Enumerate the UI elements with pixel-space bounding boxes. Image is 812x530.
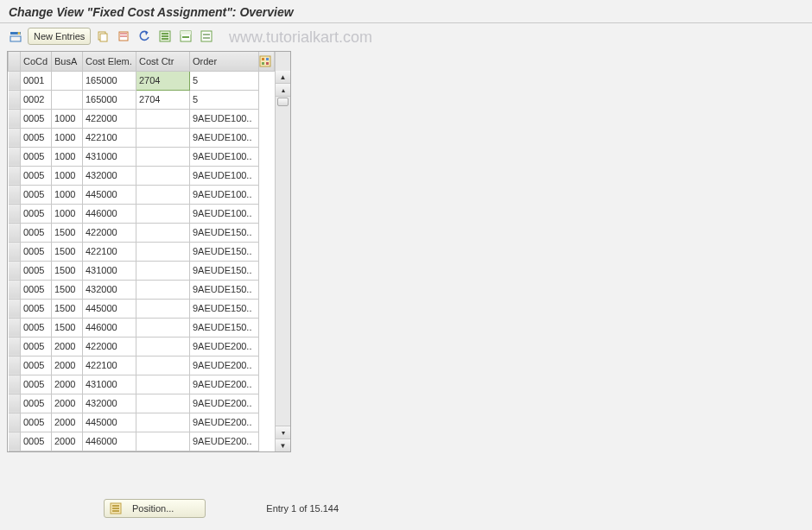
row-handle[interactable] bbox=[9, 185, 21, 204]
cell-cost-ctr[interactable] bbox=[136, 299, 190, 318]
cell-order[interactable]: 9AEUDE100.. bbox=[190, 166, 259, 185]
cell-order[interactable]: 9AEUDE200.. bbox=[190, 413, 259, 432]
cell-order[interactable]: 9AEUDE200.. bbox=[190, 375, 259, 394]
cell-cost-ctr[interactable] bbox=[136, 280, 190, 299]
row-selector-header[interactable] bbox=[9, 52, 21, 71]
row-handle[interactable] bbox=[9, 90, 21, 109]
row-handle[interactable] bbox=[9, 375, 21, 394]
cell-cost-ctr[interactable] bbox=[136, 109, 190, 128]
undo-icon[interactable] bbox=[136, 28, 153, 45]
cell-order[interactable]: 9AEUDE100.. bbox=[190, 147, 259, 166]
cell-order[interactable]: 9AEUDE100.. bbox=[190, 204, 259, 223]
cell-cocd[interactable]: 0005 bbox=[21, 356, 52, 375]
row-handle[interactable] bbox=[9, 109, 21, 128]
row-handle[interactable] bbox=[9, 299, 21, 318]
cell-cost-elem[interactable]: 445000 bbox=[83, 413, 136, 432]
deselect-all-icon[interactable] bbox=[198, 28, 215, 45]
row-handle[interactable] bbox=[9, 280, 21, 299]
scroll-line-down-icon[interactable]: ▾ bbox=[276, 426, 290, 439]
delete-icon[interactable] bbox=[115, 28, 132, 45]
cell-cocd[interactable]: 0005 bbox=[21, 185, 52, 204]
cell-busa[interactable]: 1000 bbox=[52, 128, 83, 147]
cell-cost-elem[interactable]: 431000 bbox=[83, 375, 136, 394]
row-handle[interactable] bbox=[9, 204, 21, 223]
cell-cost-elem[interactable]: 422100 bbox=[83, 128, 136, 147]
row-handle[interactable] bbox=[9, 432, 21, 451]
cell-cost-ctr[interactable] bbox=[136, 337, 190, 356]
cell-order[interactable]: 9AEUDE150.. bbox=[190, 280, 259, 299]
cell-cocd[interactable]: 0005 bbox=[21, 318, 52, 337]
cell-cocd[interactable]: 0005 bbox=[21, 109, 52, 128]
row-handle[interactable] bbox=[9, 166, 21, 185]
cell-cocd[interactable]: 0005 bbox=[21, 280, 52, 299]
cell-cost-ctr[interactable] bbox=[136, 223, 190, 242]
cell-cost-elem[interactable]: 165000 bbox=[83, 90, 136, 109]
cell-cost-ctr[interactable] bbox=[136, 166, 190, 185]
row-handle[interactable] bbox=[9, 413, 21, 432]
cell-cost-elem[interactable]: 446000 bbox=[83, 432, 136, 451]
cell-busa[interactable]: 1000 bbox=[52, 166, 83, 185]
cell-cocd[interactable]: 0005 bbox=[21, 337, 52, 356]
cell-order[interactable]: 9AEUDE200.. bbox=[190, 337, 259, 356]
cell-busa[interactable]: 1000 bbox=[52, 109, 83, 128]
cell-busa[interactable]: 2000 bbox=[52, 394, 83, 413]
cell-order[interactable]: 9AEUDE200.. bbox=[190, 356, 259, 375]
cell-cost-elem[interactable]: 432000 bbox=[83, 166, 136, 185]
cell-cost-elem[interactable]: 431000 bbox=[83, 261, 136, 280]
cell-cocd[interactable]: 0001 bbox=[21, 71, 52, 90]
cell-cocd[interactable]: 0005 bbox=[21, 223, 52, 242]
row-handle[interactable] bbox=[9, 261, 21, 280]
copy-icon[interactable] bbox=[94, 28, 111, 45]
cell-cost-ctr[interactable] bbox=[136, 375, 190, 394]
vertical-scrollbar[interactable]: ▲ ▴ ▾ ▼ bbox=[275, 52, 290, 451]
cell-order[interactable]: 5 bbox=[190, 90, 259, 109]
cell-cocd[interactable]: 0005 bbox=[21, 432, 52, 451]
cell-busa[interactable]: 2000 bbox=[52, 413, 83, 432]
cell-cost-ctr[interactable] bbox=[136, 242, 190, 261]
cell-cost-ctr[interactable] bbox=[136, 413, 190, 432]
cell-cocd[interactable]: 0002 bbox=[21, 90, 52, 109]
cell-busa[interactable]: 2000 bbox=[52, 375, 83, 394]
cell-cost-elem[interactable]: 445000 bbox=[83, 299, 136, 318]
cell-cost-ctr[interactable] bbox=[136, 394, 190, 413]
scroll-up-icon[interactable]: ▲ bbox=[276, 71, 290, 84]
cell-cost-ctr[interactable] bbox=[136, 185, 190, 204]
cell-cost-elem[interactable]: 422100 bbox=[83, 242, 136, 261]
select-all-icon[interactable] bbox=[156, 28, 174, 45]
cell-cost-elem[interactable]: 432000 bbox=[83, 280, 136, 299]
cell-order[interactable]: 9AEUDE100.. bbox=[190, 185, 259, 204]
cell-order[interactable]: 9AEUDE150.. bbox=[190, 318, 259, 337]
cell-cost-elem[interactable]: 445000 bbox=[83, 185, 136, 204]
cell-busa[interactable] bbox=[52, 71, 83, 90]
row-handle[interactable] bbox=[9, 223, 21, 242]
cell-cost-elem[interactable]: 165000 bbox=[83, 71, 136, 90]
row-handle[interactable] bbox=[9, 147, 21, 166]
cell-cost-ctr[interactable] bbox=[136, 261, 190, 280]
row-handle[interactable] bbox=[9, 394, 21, 413]
cell-cocd[interactable]: 0005 bbox=[21, 413, 52, 432]
cell-busa[interactable]: 1500 bbox=[52, 242, 83, 261]
cell-cost-ctr[interactable] bbox=[136, 147, 190, 166]
cell-busa[interactable]: 2000 bbox=[52, 337, 83, 356]
cell-cost-elem[interactable]: 422000 bbox=[83, 337, 136, 356]
row-handle[interactable] bbox=[9, 128, 21, 147]
other-view-icon[interactable] bbox=[7, 28, 24, 45]
cell-cocd[interactable]: 0005 bbox=[21, 242, 52, 261]
cell-cost-ctr[interactable] bbox=[136, 432, 190, 451]
cell-cost-ctr[interactable] bbox=[136, 128, 190, 147]
cell-busa[interactable]: 1500 bbox=[52, 299, 83, 318]
cell-busa[interactable]: 1500 bbox=[52, 280, 83, 299]
cell-order[interactable]: 9AEUDE150.. bbox=[190, 223, 259, 242]
cell-cost-elem[interactable]: 422100 bbox=[83, 356, 136, 375]
cell-cocd[interactable]: 0005 bbox=[21, 147, 52, 166]
cell-busa[interactable]: 1500 bbox=[52, 261, 83, 280]
cell-busa[interactable]: 2000 bbox=[52, 432, 83, 451]
cell-order[interactable]: 9AEUDE100.. bbox=[190, 109, 259, 128]
cell-order[interactable]: 9AEUDE200.. bbox=[190, 432, 259, 451]
cell-cocd[interactable]: 0005 bbox=[21, 166, 52, 185]
cell-cocd[interactable]: 0005 bbox=[21, 394, 52, 413]
select-block-icon[interactable] bbox=[177, 28, 194, 45]
row-handle[interactable] bbox=[9, 318, 21, 337]
col-header-order[interactable]: Order bbox=[190, 52, 259, 71]
cell-cost-ctr[interactable] bbox=[136, 204, 190, 223]
